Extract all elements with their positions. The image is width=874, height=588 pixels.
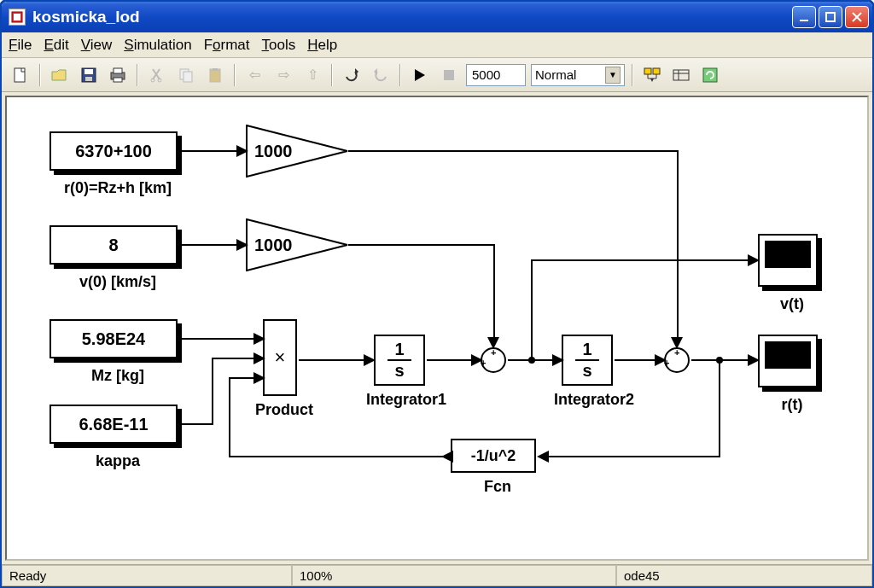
integrator1-block[interactable]: 1 s: [374, 335, 425, 386]
simulation-mode-select[interactable]: Normal ▼: [531, 64, 625, 86]
status-zoom: 100%: [292, 565, 616, 586]
constant-block-v0[interactable]: 8: [50, 225, 178, 265]
titlebar: kosmicka_lod: [2, 2, 872, 32]
svg-marker-7: [52, 70, 66, 80]
scope-rt[interactable]: [758, 335, 818, 387]
minimize-button[interactable]: [792, 6, 816, 28]
sum-block-1[interactable]: + +: [481, 347, 506, 373]
redo-button[interactable]: [369, 63, 393, 87]
constant-r0-value: 6370+100: [75, 142, 152, 161]
dropdown-arrow-icon: ▼: [605, 67, 621, 84]
svg-rect-35: [703, 68, 717, 82]
constant-v0-label: v(0) [km/s]: [58, 273, 178, 291]
menu-edit[interactable]: Edit: [44, 37, 68, 54]
scope-vt-screen: [765, 241, 811, 268]
model-explorer-button[interactable]: [669, 63, 693, 87]
svg-rect-1: [14, 14, 20, 20]
svg-rect-6: [15, 68, 25, 82]
svg-marker-31: [650, 79, 654, 82]
svg-rect-10: [85, 77, 92, 81]
simulink-app-icon: [9, 9, 26, 26]
menu-simulation[interactable]: Simulation: [124, 37, 191, 54]
scope-vt[interactable]: [758, 234, 818, 287]
menu-format[interactable]: Format: [204, 37, 250, 54]
integrator2-block[interactable]: 1 s: [562, 335, 613, 386]
svg-rect-3: [826, 13, 835, 21]
stop-sim-button[interactable]: [437, 63, 461, 87]
fcn-label: Fcn: [476, 478, 519, 496]
stop-time-input[interactable]: [466, 64, 526, 86]
svg-rect-20: [210, 69, 220, 82]
gain2-value: 1000: [254, 236, 293, 255]
close-button[interactable]: [845, 6, 869, 28]
new-model-button[interactable]: [9, 63, 32, 87]
constant-v0-value: 8: [108, 236, 118, 255]
constant-kappa-label: kappa: [84, 452, 152, 470]
integrator1-label: Integrator1: [355, 391, 457, 409]
svg-rect-13: [114, 78, 122, 82]
scope-rt-screen: [765, 341, 811, 369]
constant-block-r0[interactable]: 6370+100: [50, 131, 178, 171]
constant-mz-label: Mz [kg]: [75, 367, 160, 385]
toolbar: ⇦ ⇨ ⇧ Normal ▼: [2, 58, 872, 92]
integrator1-den: s: [387, 361, 411, 381]
menu-help[interactable]: Help: [307, 37, 337, 54]
svg-rect-19: [184, 72, 192, 82]
svg-marker-24: [415, 69, 425, 81]
product-symbol: ×: [275, 346, 286, 369]
undo-button[interactable]: [340, 63, 364, 87]
svg-rect-25: [444, 70, 454, 80]
gain1-value: 1000: [254, 142, 293, 161]
menu-file[interactable]: File: [9, 37, 32, 54]
scope-rt-label: r(t): [771, 396, 813, 414]
start-sim-button[interactable]: [408, 63, 432, 87]
cut-button[interactable]: [145, 63, 169, 87]
copy-button[interactable]: [174, 63, 198, 87]
menu-view[interactable]: View: [81, 37, 113, 54]
fcn-block[interactable]: -1/u^2: [451, 439, 536, 473]
library-browser-button[interactable]: [640, 63, 664, 87]
forward-button[interactable]: ⇨: [271, 63, 295, 87]
gain-block-2[interactable]: 1000: [246, 218, 348, 271]
maximize-button[interactable]: [819, 6, 842, 28]
sum-block-2[interactable]: + +: [664, 347, 690, 373]
menu-tools[interactable]: Tools: [262, 37, 296, 54]
print-button[interactable]: [106, 63, 130, 87]
constant-kappa-value: 6.68E-11: [79, 415, 148, 434]
window-title: kosmicka_lod: [32, 8, 792, 26]
gain-block-1[interactable]: 1000: [246, 125, 348, 178]
status-state: Ready: [2, 565, 292, 586]
integrator2-den: s: [575, 361, 598, 381]
integrator2-label: Integrator2: [543, 391, 645, 409]
svg-rect-2: [800, 20, 808, 21]
svg-rect-9: [84, 69, 93, 74]
simulink-window: kosmicka_lod File Edit View Simulation F…: [0, 0, 874, 588]
integrator2-num: 1: [575, 340, 598, 361]
constant-mz-value: 5.98E24: [82, 329, 146, 349]
save-button[interactable]: [77, 63, 101, 87]
constant-r0-label: r(0)=Rz+h [km]: [41, 179, 195, 197]
model-canvas[interactable]: 6370+100 r(0)=Rz+h [km] 8 v(0) [km/s] 5.…: [5, 96, 869, 561]
product-label: Product: [246, 401, 323, 419]
integrator1-num: 1: [387, 340, 411, 361]
refresh-button[interactable]: [698, 63, 722, 87]
scope-vt-label: v(t): [771, 295, 813, 313]
svg-rect-12: [114, 68, 122, 73]
statusbar: Ready 100% ode45: [2, 564, 872, 586]
svg-rect-27: [653, 68, 660, 74]
product-block[interactable]: ×: [263, 319, 297, 396]
back-button[interactable]: ⇦: [242, 63, 266, 87]
status-solver: ode45: [616, 565, 872, 586]
open-button[interactable]: [48, 63, 72, 87]
menubar: File Edit View Simulation Format Tools H…: [2, 32, 872, 58]
svg-rect-32: [673, 70, 689, 80]
constant-block-kappa[interactable]: 6.68E-11: [50, 405, 178, 444]
fcn-expr: -1/u^2: [471, 447, 516, 465]
simulation-mode-value: Normal: [535, 67, 576, 82]
svg-rect-21: [213, 68, 218, 71]
paste-button[interactable]: [203, 63, 227, 87]
up-button[interactable]: ⇧: [300, 63, 324, 87]
constant-block-mz[interactable]: 5.98E24: [50, 319, 178, 358]
svg-rect-26: [644, 68, 651, 74]
